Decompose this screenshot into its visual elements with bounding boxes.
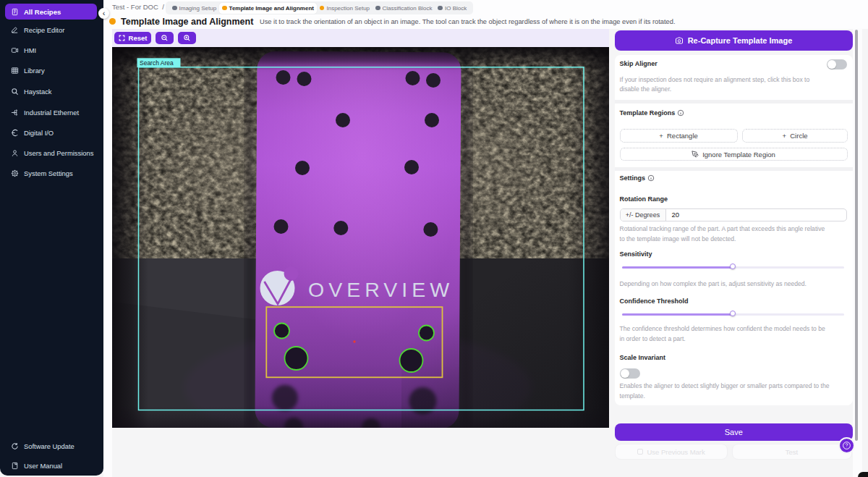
svg-text:Search Area: Search Area: [140, 59, 174, 67]
